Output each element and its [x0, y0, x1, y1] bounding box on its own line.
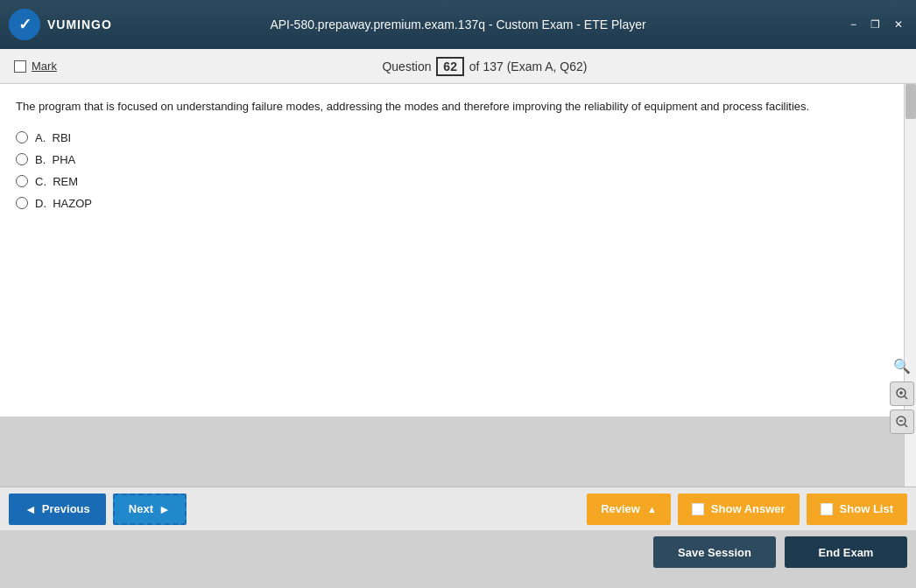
radio-c[interactable]	[16, 175, 28, 187]
zoom-out-icon	[895, 415, 909, 429]
logo-icon: ✓	[9, 9, 40, 40]
question-body: The program that is focused on understan…	[0, 84, 904, 416]
prev-arrow-icon: ◄	[25, 502, 37, 516]
window-controls: − ❐ ✕	[846, 17, 907, 32]
previous-button[interactable]: ◄ Previous	[9, 494, 106, 525]
question-info: Question 62 of 137 (Exam A, Q62)	[67, 57, 902, 76]
option-a[interactable]: A. RBI	[16, 131, 888, 144]
question-number: 62	[436, 57, 464, 76]
bottom-toolbar: ◄ Previous Next ► Review ▲ Show Answer S…	[0, 486, 916, 530]
save-session-button[interactable]: Save Session	[653, 536, 776, 568]
zoom-out-icon-btn[interactable]	[890, 410, 914, 434]
show-list-button[interactable]: Show List	[807, 494, 907, 525]
radio-d[interactable]	[16, 197, 28, 209]
mark-label[interactable]: Mark	[32, 60, 57, 73]
review-button[interactable]: Review ▲	[587, 494, 671, 525]
svg-line-3	[905, 396, 907, 399]
radio-b[interactable]	[16, 153, 28, 165]
close-button[interactable]: ✕	[890, 17, 907, 32]
option-d[interactable]: D. HAZOP	[16, 197, 888, 210]
end-exam-button[interactable]: End Exam	[785, 536, 907, 568]
bottom-bar2: Save Session End Exam	[0, 530, 916, 574]
zoom-in-icon	[895, 387, 909, 401]
scrollbar-thumb[interactable]	[905, 84, 916, 119]
next-button[interactable]: Next ►	[113, 494, 187, 525]
show-answer-button[interactable]: Show Answer	[678, 494, 800, 525]
minimize-button[interactable]: −	[846, 17, 861, 32]
radio-a[interactable]	[16, 131, 28, 144]
title-bar: ✓ VUMINGO API-580.prepaway.premium.exam.…	[0, 0, 916, 49]
search-icon-btn[interactable]: 🔍	[890, 354, 914, 378]
review-arrow-icon: ▲	[647, 504, 657, 514]
mark-wrapper[interactable]: Mark	[14, 60, 57, 73]
option-b-text: B. PHA	[35, 153, 75, 166]
option-c-text: C. REM	[35, 175, 78, 188]
window-title: API-580.prepaway.premium.exam.137q - Cus…	[270, 18, 645, 32]
option-d-text: D. HAZOP	[35, 197, 92, 210]
mark-checkbox[interactable]	[14, 60, 26, 73]
logo-area: ✓ VUMINGO	[9, 9, 112, 40]
svg-line-6	[905, 424, 907, 427]
exam-info: (Exam A, Q62)	[507, 60, 588, 74]
question-scroll-area: The program that is focused on understan…	[0, 84, 904, 486]
show-answer-icon	[692, 503, 704, 515]
restore-button[interactable]: ❐	[866, 17, 884, 32]
scrollbar-track[interactable]: 🔍	[904, 84, 916, 486]
question-header: Mark Question 62 of 137 (Exam A, Q62)	[0, 49, 916, 84]
question-text: The program that is focused on understan…	[16, 98, 888, 116]
answer-options: A. RBI B. PHA C. REM D. HAZOP	[16, 131, 888, 210]
total-questions: of 137	[469, 60, 504, 74]
logo-text: VUMINGO	[47, 18, 112, 32]
option-c[interactable]: C. REM	[16, 175, 888, 188]
show-list-icon	[821, 503, 833, 515]
question-label: Question	[382, 60, 431, 74]
option-a-text: A. RBI	[35, 131, 71, 144]
next-arrow-icon: ►	[159, 502, 171, 516]
main-content: The program that is focused on understan…	[0, 84, 916, 486]
zoom-in-icon-btn[interactable]	[890, 382, 914, 406]
option-b[interactable]: B. PHA	[16, 153, 888, 166]
